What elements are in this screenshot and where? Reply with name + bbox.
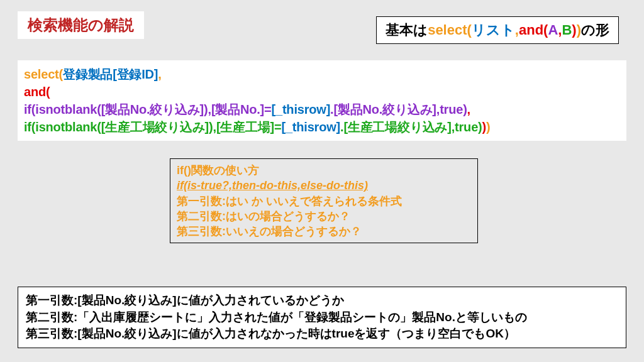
page-title: 検索機能の解説: [28, 16, 134, 33]
usage-syntax: if(is-true?,then-do-this,else-do-this): [177, 178, 471, 193]
pattern-box: 基本はselect(リスト,and(A,B))の形: [376, 16, 619, 44]
args-box: 第一引数:[製品No.絞り込み]に値が入力されているかどうか 第二引数:「入出庫…: [18, 287, 626, 348]
code-if2-b: .[生産工場絞り込み],true): [340, 120, 482, 134]
usage-arg2: 第二引数:はいの場合どうするか？: [177, 209, 471, 224]
code-line-4: if(isnotblank([生産工場絞り込み]),[生産工場]=[_thisr…: [24, 118, 620, 136]
code-if1-a: if(isnotblank([製品No.絞り込み]),[製品No.]=: [24, 102, 272, 116]
code-select-kw: select(: [24, 67, 63, 81]
code-box: select(登録製品[登録ID], and( if(isnotblank([製…: [18, 60, 626, 141]
usage-arg1: 第一引数:はい か いいえで答えられる条件式: [177, 194, 471, 209]
pattern-b: B: [562, 22, 572, 38]
code-and-kw: and(: [24, 85, 50, 99]
pattern-prefix: 基本は: [386, 22, 428, 38]
pattern-text: 基本はselect(リスト,and(A,B))の形: [386, 22, 609, 38]
pattern-a: A: [548, 22, 558, 38]
code-if2-thisrow: [_thisrow]: [281, 120, 340, 134]
pattern-close1: ): [572, 22, 576, 38]
code-if1-b: .[製品No.絞り込み],true): [330, 102, 467, 116]
pattern-list: リスト: [472, 22, 515, 38]
code-line-3: if(isnotblank([製品No.絞り込み]),[製品No.]=[_thi…: [24, 101, 620, 118]
args-line-3: 第三引数:[製品No.絞り込み]に値が入力されなかった時はtrueを返す（つまり…: [26, 326, 618, 343]
code-if1-thisrow: [_thisrow]: [272, 102, 331, 116]
code-select-comma: ,: [158, 67, 161, 81]
usage-arg3: 第三引数:いいえの場合どうするか？: [177, 224, 471, 239]
args-line-2: 第二引数:「入出庫履歴シートに」入力された値が「登録製品シートの」製品No.と等…: [26, 309, 618, 326]
code-if1-comma: ,: [467, 102, 470, 116]
code-close-select: ): [486, 120, 490, 134]
args-line-1: 第一引数:[製品No.絞り込み]に値が入力されているかどうか: [26, 292, 618, 309]
title-box: 検索機能の解説: [18, 11, 144, 39]
pattern-suffix: の形: [581, 22, 609, 38]
code-select-arg: 登録製品[登録ID]: [63, 67, 158, 81]
usage-title: if()関数の使い方: [177, 163, 471, 178]
pattern-select: select(: [428, 22, 472, 38]
code-line-2: and(: [24, 83, 620, 101]
pattern-and: and(: [519, 22, 548, 38]
code-if2-a: if(isnotblank([生産工場絞り込み]),[生産工場]=: [24, 120, 281, 134]
code-line-1: select(登録製品[登録ID],: [24, 65, 620, 83]
usage-box: if()関数の使い方 if(is-true?,then-do-this,else…: [170, 158, 478, 243]
pattern-close2: ): [577, 22, 581, 38]
